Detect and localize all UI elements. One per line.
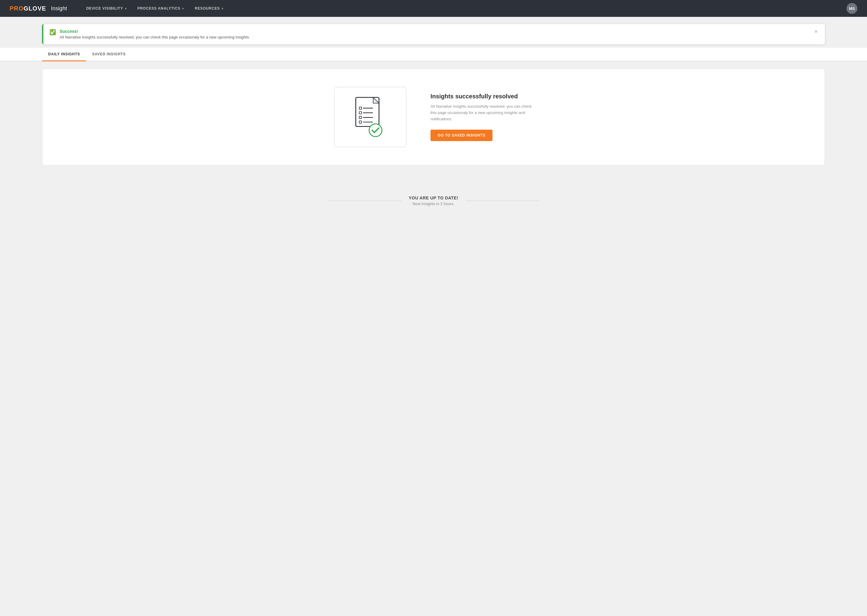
illustration-box <box>334 87 407 147</box>
nav-item-process-analytics[interactable]: PROCESS ANALYTICS ▾ <box>133 4 189 13</box>
close-icon[interactable]: × <box>813 29 819 34</box>
nav-label-process-analytics: PROCESS ANALYTICS <box>137 6 181 11</box>
go-to-saved-insights-button[interactable]: GO TO SAVED INSIGHTS <box>430 130 492 141</box>
main-content: ✅ Success! All Narrative Insights succes… <box>0 17 867 231</box>
notification-text: All Narrative Insights successfully reso… <box>60 35 810 39</box>
nav-label-device-visibility: DEVICE VISIBILITY <box>86 6 123 11</box>
insights-card: Insights successfully resolved All Narra… <box>42 69 825 165</box>
notification-title: Success! <box>60 29 810 34</box>
notification-content: Success! All Narrative Insights successf… <box>60 29 810 39</box>
navbar-nav: DEVICE VISIBILITY ▾ PROCESS ANALYTICS ▾ … <box>81 4 847 13</box>
nav-item-device-visibility[interactable]: DEVICE VISIBILITY ▾ <box>81 4 131 13</box>
nav-item-resources[interactable]: RESOURCES ▾ <box>190 4 228 13</box>
uptodate-text: YOU ARE UP TO DATE! Next Insights in 2 h… <box>409 195 459 206</box>
success-icon: ✅ <box>49 29 56 36</box>
uptodate-title: YOU ARE UP TO DATE! <box>409 195 459 200</box>
tab-daily-insights[interactable]: DAILY INSIGHTS <box>42 48 86 61</box>
uptodate-subtitle: Next Insights in 2 hours. <box>409 201 459 206</box>
avatar[interactable]: MS <box>847 3 858 14</box>
card-title: Insights successfully resolved <box>430 93 533 100</box>
chevron-down-icon: ▾ <box>182 7 184 10</box>
brand-logo[interactable]: PROGLOVE Insight <box>9 5 67 12</box>
tab-saved-insights[interactable]: SAVED INSIGHTS <box>86 48 132 61</box>
brand-glove: GLOVE <box>24 5 46 12</box>
brand-insight: Insight <box>51 5 67 12</box>
uptodate-section: YOU ARE UP TO DATE! Next Insights in 2 h… <box>42 184 825 224</box>
tabs-container: DAILY INSIGHTS SAVED INSIGHTS <box>0 48 867 61</box>
card-description: All Narrative Insights successfully reso… <box>430 104 533 122</box>
avatar-initials: MS <box>849 6 855 11</box>
brand-pro: PRO <box>9 5 24 12</box>
navbar: PROGLOVE Insight DEVICE VISIBILITY ▾ PRO… <box>0 0 867 17</box>
nav-label-resources: RESOURCES <box>195 6 220 11</box>
card-info: Insights successfully resolved All Narra… <box>430 93 533 141</box>
svg-point-9 <box>369 124 382 137</box>
divider-right <box>465 201 539 201</box>
notification-banner: ✅ Success! All Narrative Insights succes… <box>42 24 825 44</box>
divider-left <box>328 201 402 201</box>
doc-illustration <box>352 96 388 138</box>
uptodate-divider-row: YOU ARE UP TO DATE! Next Insights in 2 h… <box>328 195 539 206</box>
chevron-down-icon: ▾ <box>222 7 223 10</box>
chevron-down-icon: ▾ <box>125 7 127 10</box>
